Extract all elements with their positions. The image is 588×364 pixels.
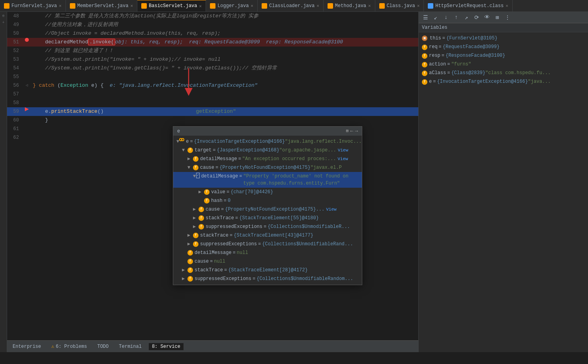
tree-item-cause[interactable]: ▼ f cause = {PropertyNotFoundException@4… bbox=[173, 163, 362, 172]
tree-item-cause-null[interactable]: f cause = null bbox=[173, 257, 362, 266]
f-icon: f bbox=[422, 53, 427, 59]
close-icon[interactable]: ✕ bbox=[199, 4, 202, 9]
f-icon: f bbox=[204, 189, 210, 195]
tab-label: FurnServlet.java bbox=[11, 3, 57, 9]
var-e[interactable]: f e = {InvocationTargetException@4166} "… bbox=[419, 77, 588, 86]
tree-item-value[interactable]: ▶ f value = {char[70]@4426} bbox=[173, 188, 362, 196]
tree-item-stacktrace-1[interactable]: ▶ f stackTrace = {StackTraceElement[55]@… bbox=[173, 214, 362, 222]
tab-memberservlet[interactable]: MemberServlet.java ✕ bbox=[66, 0, 137, 12]
close-icon[interactable]: ✕ bbox=[316, 3, 319, 8]
f-icon: f bbox=[193, 241, 198, 247]
tab-method[interactable]: Method.java ✕ bbox=[324, 0, 375, 12]
breakpoint-51[interactable] bbox=[25, 38, 29, 42]
java-icon bbox=[262, 3, 267, 9]
tree-item-stacktrace-root[interactable]: ▶ f stackTrace = {StackTraceElement[28]@… bbox=[173, 266, 362, 274]
tab-classloader[interactable]: ClassLoader.java ✕ bbox=[258, 0, 324, 12]
tree-item-suppressed-1[interactable]: ▶ f suppressedExceptions = {Collections$… bbox=[173, 222, 362, 231]
java-icon bbox=[4, 3, 9, 9]
java-icon bbox=[70, 3, 75, 9]
close-icon[interactable]: ✕ bbox=[59, 3, 62, 8]
enterprise-label: Enterprise bbox=[13, 344, 41, 349]
sidebar-icon-2[interactable]: + bbox=[2, 21, 4, 25]
close-icon[interactable]: ✕ bbox=[417, 3, 420, 8]
tab-label: Class.java bbox=[387, 3, 415, 9]
tree-item-target[interactable]: ▼ f target = {JasperException@4168} "org… bbox=[173, 146, 362, 155]
tree-item-suppressed-2[interactable]: ▶ f suppressedExceptions = {Collections$… bbox=[173, 240, 362, 248]
variables-label: Variables bbox=[422, 25, 448, 30]
view-link[interactable]: View bbox=[326, 206, 336, 213]
close-icon[interactable]: ✕ bbox=[251, 3, 253, 8]
close-icon[interactable]: ✕ bbox=[506, 3, 508, 8]
toolbar-btn-7[interactable]: 👁 bbox=[483, 13, 491, 22]
toolbar-btn-8[interactable]: ⊞ bbox=[493, 13, 502, 22]
tree-item-hash[interactable]: f hash = 0 bbox=[173, 196, 362, 205]
popup-nav: ⊞ ← → bbox=[346, 128, 358, 134]
f-icon: f bbox=[198, 224, 204, 230]
right-panel: ☰ ↙ ↓ ↑ ↗ ⟳ 👁 ⊞ ⋮ Variables ▣ this = {Fu… bbox=[418, 12, 588, 352]
var-aclass[interactable]: f aClass = {Class@2839} "class com.hsped… bbox=[419, 69, 588, 77]
var-this[interactable]: ▣ this = {FurnServlet@3105} bbox=[419, 34, 588, 43]
tab-label: Logger.java bbox=[217, 3, 249, 9]
tab-class[interactable]: Class.java ✕ bbox=[375, 0, 424, 12]
f-icon: f bbox=[193, 233, 198, 238]
tree-item-detailmessage-1[interactable]: ▶ f detailMessage = "An exception occurr… bbox=[173, 155, 362, 163]
debug-tree[interactable]: ▼ e = {InvocationTargetException@4166} "… bbox=[173, 136, 362, 285]
tab-label: MemberServlet.java bbox=[77, 3, 129, 9]
tree-item-cause-2[interactable]: ▶ f cause = {PropertyNotFoundException@4… bbox=[173, 205, 362, 214]
var-resp[interactable]: f resp = {ResponseFacade@3100} bbox=[419, 51, 588, 60]
f-icon: f bbox=[187, 147, 193, 153]
bottom-tab-todo[interactable]: TODO bbox=[94, 343, 112, 350]
f-icon: f bbox=[422, 45, 427, 50]
view-link[interactable]: View bbox=[337, 155, 348, 162]
toolbar-btn-6[interactable]: ⟳ bbox=[472, 13, 481, 22]
tab-basicservlet[interactable]: BasicServlet.java ✕ bbox=[137, 0, 206, 12]
sidebar-icon-1[interactable]: ⊕ bbox=[2, 13, 4, 18]
f-icon: f bbox=[187, 259, 193, 264]
var-action[interactable]: f action = "furns" bbox=[419, 60, 588, 69]
code-line-48: 48 // 第二三个参数 是传入方法名为方法action(实际上是login或r… bbox=[7, 12, 418, 21]
bottom-tab-terminal[interactable]: Terminal bbox=[116, 343, 145, 350]
tree-item-detailmessage-null[interactable]: f detailMessage = null bbox=[173, 248, 362, 257]
tree-item-suppressed-root[interactable]: ▶ f suppressedExceptions = {Collections$… bbox=[173, 274, 362, 283]
toolbar-btn-2[interactable]: ↙ bbox=[431, 13, 440, 22]
fold-icon[interactable]: ◁ bbox=[26, 81, 28, 90]
close-icon[interactable]: ✕ bbox=[368, 3, 371, 8]
popup-forward-btn[interactable]: → bbox=[355, 128, 358, 134]
close-icon[interactable]: ✕ bbox=[130, 3, 133, 8]
toolbar-btn-3[interactable]: ↓ bbox=[442, 13, 450, 22]
f-icon: f bbox=[193, 165, 198, 170]
popup-back-btn[interactable]: ← bbox=[350, 128, 353, 134]
tab-httpservletrequest[interactable]: HttpServletRequest.class ✕ bbox=[424, 0, 512, 12]
tab-bar: FurnServlet.java ✕ MemberServlet.java ✕ … bbox=[0, 0, 588, 12]
code-line-55: 55 bbox=[7, 73, 418, 81]
code-editor[interactable]: 48 // 第二三个参数 是传入方法名为方法action(实际上是login或r… bbox=[7, 12, 418, 340]
java-icon bbox=[141, 3, 147, 9]
popup-frames-icon[interactable]: ⊞ bbox=[346, 128, 349, 134]
bottom-tab-enterprise[interactable]: Enterprise bbox=[9, 343, 44, 350]
variables-title: Variables bbox=[419, 23, 588, 32]
code-line-58: 58 bbox=[7, 99, 418, 107]
tab-logger[interactable]: Logger.java ✕ bbox=[206, 0, 258, 12]
f-icon: f bbox=[187, 250, 193, 256]
bottom-tab-problems[interactable]: ⚠ 6: Problems bbox=[48, 343, 90, 350]
tree-item-stacktrace-2[interactable]: ▶ f stackTrace = {StackTraceElement[43]@… bbox=[173, 231, 362, 240]
terminal-label: Terminal bbox=[119, 344, 142, 349]
tree-item-detailmessage-selected[interactable]: ▼ ✓ detailMessage = "Property 'product_n… bbox=[173, 172, 362, 188]
code-line-49: 49 //使用方法对象，进行反射调用 bbox=[7, 21, 418, 29]
bottom-tab-service[interactable]: 8: Service bbox=[149, 343, 184, 350]
tab-furnservlet[interactable]: FurnServlet.java ✕ bbox=[0, 0, 66, 12]
panel-toolbar: ☰ ↙ ↓ ↑ ↗ ⟳ 👁 ⊞ ⋮ bbox=[419, 12, 588, 23]
toolbar-btn-4[interactable]: ↑ bbox=[452, 13, 461, 22]
toolbar-btn-1[interactable]: ☰ bbox=[421, 13, 430, 22]
view-link[interactable]: View bbox=[338, 147, 348, 154]
code-line-60: 60 } bbox=[7, 116, 418, 125]
toolbar-btn-9[interactable]: ⋮ bbox=[503, 13, 512, 22]
tab-label: BasicServlet.java bbox=[149, 3, 197, 9]
toolbar-btn-5[interactable]: ↗ bbox=[462, 13, 471, 22]
tab-label: Method.java bbox=[335, 3, 366, 9]
f-icon: f bbox=[198, 215, 204, 221]
code-lines: 48 // 第二三个参数 是传入方法名为方法action(实际上是login或r… bbox=[7, 12, 418, 142]
tree-item-e[interactable]: ▼ e = {InvocationTargetException@4166} "… bbox=[173, 137, 362, 146]
f-icon: f bbox=[187, 267, 193, 273]
var-req[interactable]: f req = {RequestFacade@3099} bbox=[419, 43, 588, 51]
